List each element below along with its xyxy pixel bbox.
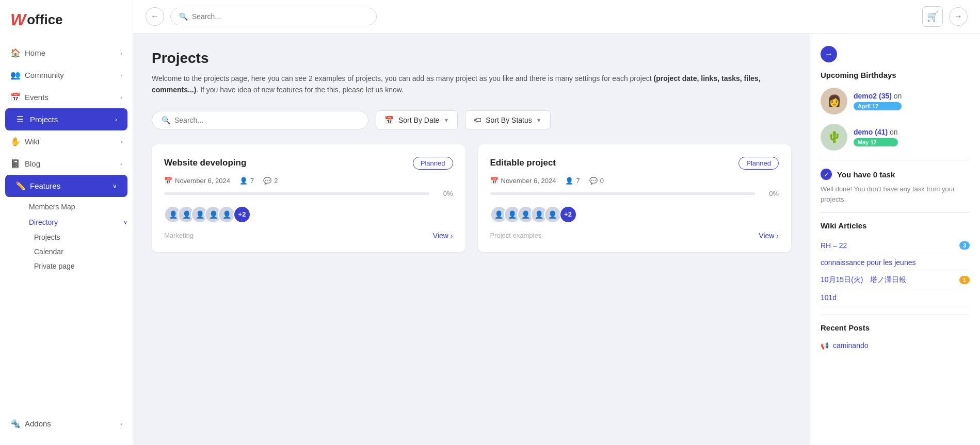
sidebar-item-addons[interactable]: 🔩 Addons › — [0, 413, 133, 435]
project-1-meta: 📅 November 6, 2024 👤 7 💬 2 — [164, 177, 453, 185]
tag-icon: 🏷 — [474, 116, 481, 124]
wiki-link-3[interactable]: 10月15日(火) 塔ノ澤日報 — [821, 275, 906, 285]
date-icon-1: 📅 — [164, 177, 172, 185]
project-2-category: Project examples — [490, 232, 542, 239]
wiki-link-1[interactable]: RH – 22 — [821, 241, 847, 250]
home-icon: 🏠 — [10, 48, 20, 58]
birthday-badge-1: April 17 — [854, 102, 902, 110]
members-icon-1: 👤 — [239, 177, 248, 185]
wiki-link-2[interactable]: connaissance pour les jeunes — [821, 258, 915, 267]
blog-icon: 📓 — [10, 159, 20, 169]
features-sub-menu: Members Map Directory ∨ Projects Calenda… — [0, 197, 133, 275]
recent-post-1[interactable]: 📢 caminando — [821, 338, 970, 353]
project-2-progress-bar — [490, 192, 756, 195]
project-card-2: Editable project Planned 📅 November 6, 2… — [478, 144, 792, 252]
birthday-name-2: demo (41) on — [854, 128, 898, 136]
topbar-search-bar: 🔍 — [170, 8, 377, 25]
addons-arrow-icon: › — [120, 420, 122, 427]
project-card-1: Website developing Planned 📅 November 6,… — [152, 144, 465, 252]
project-1-avatars: 👤 👤 👤 👤 👤 +2 — [164, 206, 453, 223]
birthday-name-1: demo2 (35) on — [854, 92, 902, 100]
events-arrow-icon: › — [120, 94, 122, 101]
sidebar-item-features[interactable]: ✏️ Features ∨ — [5, 175, 127, 197]
wiki-arrow-icon: › — [120, 138, 122, 145]
calendar-icon: 📅 — [384, 116, 394, 125]
topbar-search-icon: 🔍 — [179, 12, 188, 21]
birthday-link-1[interactable]: demo2 (35) — [854, 92, 892, 100]
birthday-info-2: demo (41) on May 17 — [854, 128, 898, 146]
back-button[interactable]: ← — [146, 7, 164, 26]
avatar-1-count: +2 — [233, 206, 251, 223]
home-arrow-icon: › — [120, 50, 122, 57]
divider-2 — [821, 212, 970, 213]
sort-by-date-label: Sort By Date — [398, 116, 439, 124]
project-2-date-value: November 6, 2024 — [501, 177, 556, 185]
sidebar-item-wiki-label: Wiki — [25, 137, 39, 146]
sub-item-calendar[interactable]: Calendar — [24, 244, 133, 259]
comments-icon-1: 💬 — [263, 177, 271, 185]
sidebar-item-projects-label: Projects — [30, 115, 58, 124]
sidebar-item-wiki[interactable]: ✋ Wiki › — [0, 130, 133, 153]
project-search-input[interactable] — [174, 116, 359, 124]
project-1-comment-count: 2 — [274, 177, 278, 185]
project-1-progress-pct: 0% — [435, 190, 453, 197]
birthday-avatar-1: 👩 — [821, 88, 847, 114]
divider-1 — [821, 160, 970, 160]
community-arrow-icon: › — [120, 72, 122, 79]
project-2-members: 👤 7 — [565, 177, 580, 185]
main-wrapper: ← 🔍 🛒 → Projects Welcome to the projects… — [133, 0, 980, 445]
wiki-like-1: 3 — [959, 241, 970, 250]
sub-item-projects[interactable]: Projects — [24, 230, 133, 244]
birthday-badge-2: May 17 — [854, 138, 898, 146]
sidebar-item-home[interactable]: 🏠 Home › — [0, 42, 133, 64]
cart-button[interactable]: 🛒 — [922, 6, 943, 27]
events-icon: 📅 — [10, 92, 20, 102]
page-description: Welcome to the projects page, here you c… — [152, 73, 791, 96]
project-2-avatars: 👤 👤 👤 👤 👤 +2 — [490, 206, 779, 223]
forward-button[interactable]: → — [949, 7, 968, 26]
wiki-link-4[interactable]: 101d — [821, 293, 837, 302]
wiki-icon: ✋ — [10, 137, 20, 146]
birthday-item-2: 🌵 demo (41) on May 17 — [821, 124, 970, 151]
sort-by-date-button[interactable]: 📅 Sort By Date ▼ — [376, 110, 458, 130]
topbar-search-input[interactable] — [192, 12, 368, 21]
sidebar-item-home-label: Home — [25, 48, 45, 57]
sidebar-item-community[interactable]: 👥 Community › — [0, 64, 133, 86]
birthdays-title: Upcoming Birthdays — [821, 71, 970, 79]
task-done-label: You have 0 task — [837, 170, 895, 179]
community-icon: 👥 — [10, 70, 20, 80]
addons-icon: 🔩 — [10, 419, 20, 428]
sidebar-item-events-label: Events — [25, 93, 49, 102]
project-1-name: Website developing — [164, 158, 246, 168]
members-icon-2: 👤 — [565, 177, 573, 185]
task-done-desc: Well done! You don't have any task from … — [821, 184, 970, 204]
blog-arrow-icon: › — [120, 160, 122, 168]
sub-item-private-page[interactable]: Private page — [24, 259, 133, 273]
sidebar-item-projects[interactable]: ☰ Projects › — [5, 108, 127, 130]
sub-item-directory[interactable]: Directory ∨ — [24, 215, 133, 230]
logo-w-letter: W — [10, 10, 26, 29]
birthday-item-1: 👩 demo2 (35) on April 17 — [821, 88, 970, 114]
sidebar-item-events[interactable]: 📅 Events › — [0, 86, 133, 108]
project-card-2-header: Editable project Planned — [490, 157, 779, 170]
topbar: ← 🔍 🛒 → — [133, 0, 980, 34]
project-1-date: 📅 November 6, 2024 — [164, 177, 230, 185]
logo-office-text: office — [27, 12, 62, 28]
project-2-view-link[interactable]: View › — [759, 232, 779, 240]
sidebar-item-blog[interactable]: 📓 Blog › — [0, 153, 133, 175]
task-check-icon: ✓ — [821, 169, 832, 180]
birthday-link-2[interactable]: demo (41) — [854, 128, 888, 136]
task-done-row: ✓ You have 0 task — [821, 169, 970, 180]
sub-item-members-map[interactable]: Members Map — [24, 199, 133, 215]
project-1-view-link[interactable]: View › — [433, 232, 453, 240]
avatar-2-5: 👤 — [544, 206, 561, 223]
sort-status-caret-icon: ▼ — [536, 117, 542, 123]
project-1-footer: Marketing View › — [164, 232, 453, 240]
wiki-item-3: 10月15日(火) 塔ノ澤日報 1 — [821, 271, 970, 289]
wiki-like-3: 1 — [959, 276, 970, 284]
comments-icon-2: 💬 — [589, 177, 598, 185]
sort-by-status-button[interactable]: 🏷 Sort By Status ▼ — [465, 110, 550, 129]
avatar-2-count: +2 — [559, 206, 577, 223]
sort-date-caret-icon: ▼ — [443, 117, 449, 123]
right-panel: → Upcoming Birthdays 👩 demo2 (35) on Apr… — [810, 34, 980, 445]
